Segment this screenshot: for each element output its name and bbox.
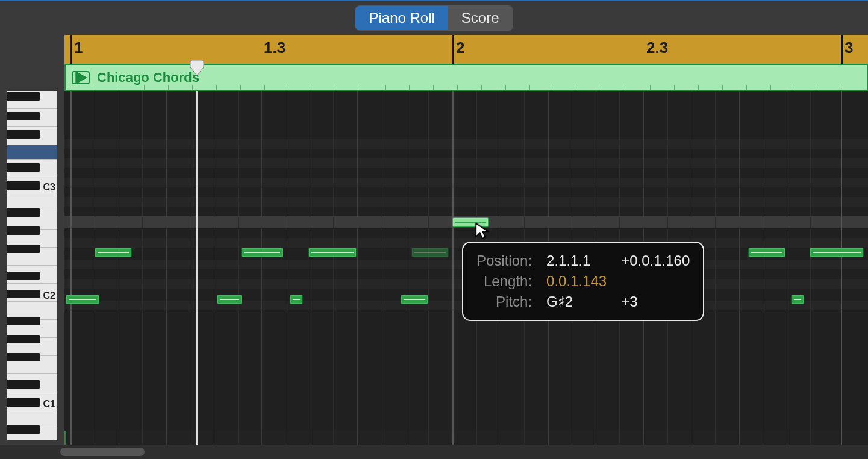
tooltip-position-value: 2.1.1.1 bbox=[546, 252, 607, 269]
midi-note[interactable] bbox=[95, 248, 132, 257]
tooltip-length-label: Length: bbox=[476, 273, 532, 290]
playhead[interactable] bbox=[196, 91, 198, 445]
midi-note[interactable] bbox=[290, 295, 303, 304]
horizontal-scrollbar[interactable] bbox=[0, 445, 868, 459]
view-tab-group: Piano Roll Score bbox=[355, 5, 513, 31]
tooltip-pitch-value: G♯2 bbox=[546, 293, 607, 310]
scrollbar-thumb[interactable] bbox=[60, 448, 145, 456]
tooltip-pitch-delta: +3 bbox=[621, 293, 690, 310]
editor-main: 1 1.3 2 2.3 3 Chicago Chords bbox=[0, 35, 868, 459]
tab-piano-roll[interactable]: Piano Roll bbox=[355, 6, 448, 30]
svg-marker-0 bbox=[75, 71, 87, 84]
note-info-tooltip: Position: 2.1.1.1 +0.0.1.160 Length: 0.0… bbox=[462, 242, 704, 321]
midi-note[interactable] bbox=[791, 295, 804, 304]
ruler-marker: 2.3 bbox=[646, 39, 668, 57]
piano-roll-grid[interactable]: Position: 2.1.1.1 +0.0.1.160 Length: 0.0… bbox=[64, 91, 868, 445]
cursor-pointer-icon bbox=[474, 222, 490, 240]
region-title: Chicago Chords bbox=[97, 70, 199, 86]
region-ticks bbox=[66, 84, 867, 90]
midi-note[interactable] bbox=[66, 295, 99, 304]
ruler-marker: 2 bbox=[456, 39, 464, 57]
tooltip-position-label: Position: bbox=[476, 252, 532, 269]
tab-score[interactable]: Score bbox=[448, 6, 513, 30]
tooltip-length-value: 0.0.1.143 bbox=[546, 273, 607, 290]
midi-note[interactable] bbox=[810, 248, 864, 257]
midi-note[interactable] bbox=[308, 248, 357, 257]
piano-keyboard[interactable]: C3 C2 C1 bbox=[0, 35, 64, 445]
view-toolbar: Piano Roll Score bbox=[0, 0, 868, 35]
midi-note[interactable] bbox=[411, 248, 449, 257]
key-label-c3: C3 bbox=[43, 182, 55, 193]
key-label-c2: C2 bbox=[43, 290, 55, 301]
ruler-marker: 1 bbox=[74, 39, 83, 57]
ruler-marker: 3 bbox=[845, 39, 853, 57]
tooltip-position-delta: +0.0.1.160 bbox=[621, 252, 690, 269]
region-header[interactable]: Chicago Chords bbox=[64, 64, 868, 91]
midi-note[interactable] bbox=[241, 248, 283, 257]
ruler-marker: 1.3 bbox=[264, 39, 286, 57]
midi-note[interactable] bbox=[401, 295, 428, 304]
key-label-c1: C1 bbox=[43, 399, 55, 410]
tooltip-pitch-label: Pitch: bbox=[476, 293, 532, 310]
play-region-icon[interactable] bbox=[72, 71, 90, 84]
playhead-handle[interactable] bbox=[190, 59, 204, 76]
midi-note[interactable] bbox=[217, 295, 242, 304]
midi-note[interactable] bbox=[748, 248, 785, 257]
timeline-ruler[interactable]: 1 1.3 2 2.3 3 bbox=[64, 35, 868, 64]
